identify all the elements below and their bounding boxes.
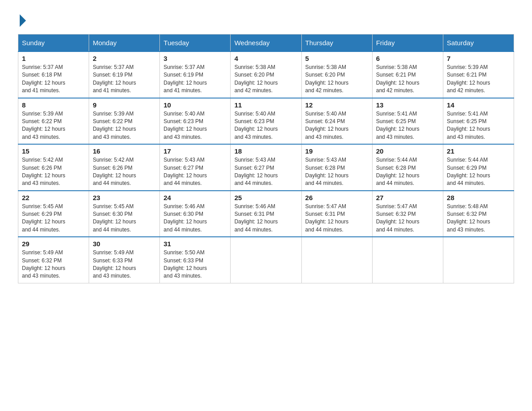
calendar-cell: 11Sunrise: 5:40 AMSunset: 6:23 PMDayligh… [231,98,301,145]
calendar-cell: 14Sunrise: 5:41 AMSunset: 6:25 PMDayligh… [443,98,514,145]
day-info: Sunrise: 5:43 AMSunset: 6:27 PMDaylight:… [234,156,297,188]
day-number: 9 [93,101,156,109]
day-number: 6 [376,55,439,62]
calendar-cell: 20Sunrise: 5:44 AMSunset: 6:28 PMDayligh… [372,144,443,191]
day-number: 27 [376,194,439,201]
calendar-cell: 24Sunrise: 5:46 AMSunset: 6:30 PMDayligh… [160,191,231,237]
calendar-cell [301,237,372,283]
day-number: 10 [163,101,227,109]
calendar-cell [372,237,443,283]
day-info: Sunrise: 5:42 AMSunset: 6:26 PMDaylight:… [22,156,85,188]
column-header-sunday: Sunday [18,34,89,52]
calendar-cell: 10Sunrise: 5:40 AMSunset: 6:23 PMDayligh… [160,98,231,145]
day-info: Sunrise: 5:41 AMSunset: 6:25 PMDaylight:… [376,110,439,141]
day-info: Sunrise: 5:50 AMSunset: 6:33 PMDaylight:… [163,249,227,280]
day-number: 19 [305,147,369,155]
day-number: 22 [22,194,85,201]
day-number: 20 [376,147,439,155]
day-number: 25 [234,194,297,201]
column-header-saturday: Saturday [443,34,514,52]
day-number: 29 [22,240,85,248]
calendar-cell: 8Sunrise: 5:39 AMSunset: 6:22 PMDaylight… [18,98,89,145]
day-number: 3 [163,55,227,62]
calendar-week-row-5: 29Sunrise: 5:49 AMSunset: 6:32 PMDayligh… [18,237,514,283]
day-number: 23 [93,194,156,201]
day-info: Sunrise: 5:49 AMSunset: 6:33 PMDaylight:… [93,249,156,280]
day-number: 4 [234,55,297,62]
calendar-table: SundayMondayTuesdayWednesdayThursdayFrid… [18,34,514,283]
column-header-monday: Monday [89,34,160,52]
calendar-cell: 29Sunrise: 5:49 AMSunset: 6:32 PMDayligh… [18,237,89,283]
logo-triangle-icon [20,14,26,27]
day-info: Sunrise: 5:39 AMSunset: 6:22 PMDaylight:… [93,110,156,141]
day-number: 15 [22,147,85,155]
calendar-cell: 6Sunrise: 5:38 AMSunset: 6:21 PMDaylight… [372,51,443,98]
day-number: 1 [22,55,85,62]
day-info: Sunrise: 5:38 AMSunset: 6:20 PMDaylight:… [305,64,369,95]
day-info: Sunrise: 5:38 AMSunset: 6:21 PMDaylight:… [376,64,439,95]
calendar-cell: 21Sunrise: 5:44 AMSunset: 6:29 PMDayligh… [443,144,514,191]
calendar-cell: 26Sunrise: 5:47 AMSunset: 6:31 PMDayligh… [301,191,372,237]
day-number: 28 [447,194,510,201]
column-header-tuesday: Tuesday [160,34,231,52]
calendar-cell: 12Sunrise: 5:40 AMSunset: 6:24 PMDayligh… [301,98,372,145]
calendar-cell: 23Sunrise: 5:45 AMSunset: 6:30 PMDayligh… [89,191,160,237]
day-info: Sunrise: 5:40 AMSunset: 6:23 PMDaylight:… [163,110,227,141]
column-header-thursday: Thursday [301,34,372,52]
page-header [18,13,514,25]
calendar-week-row-4: 22Sunrise: 5:45 AMSunset: 6:29 PMDayligh… [18,191,514,237]
column-header-wednesday: Wednesday [231,34,301,52]
day-info: Sunrise: 5:39 AMSunset: 6:21 PMDaylight:… [447,64,510,95]
day-number: 24 [163,194,227,201]
calendar-cell: 30Sunrise: 5:49 AMSunset: 6:33 PMDayligh… [89,237,160,283]
day-info: Sunrise: 5:46 AMSunset: 6:30 PMDaylight:… [163,203,227,234]
logo [18,13,26,25]
calendar-cell: 9Sunrise: 5:39 AMSunset: 6:22 PMDaylight… [89,98,160,145]
calendar-cell: 1Sunrise: 5:37 AMSunset: 6:18 PMDaylight… [18,51,89,98]
day-number: 2 [93,55,156,62]
calendar-cell: 15Sunrise: 5:42 AMSunset: 6:26 PMDayligh… [18,144,89,191]
day-info: Sunrise: 5:46 AMSunset: 6:31 PMDaylight:… [234,203,297,234]
day-info: Sunrise: 5:44 AMSunset: 6:29 PMDaylight:… [447,156,510,188]
day-number: 5 [305,55,369,62]
day-info: Sunrise: 5:47 AMSunset: 6:31 PMDaylight:… [305,203,369,234]
calendar-week-row-3: 15Sunrise: 5:42 AMSunset: 6:26 PMDayligh… [18,144,514,191]
day-number: 7 [447,55,510,62]
day-number: 30 [93,240,156,248]
day-info: Sunrise: 5:39 AMSunset: 6:22 PMDaylight:… [22,110,85,141]
calendar-cell: 25Sunrise: 5:46 AMSunset: 6:31 PMDayligh… [231,191,301,237]
calendar-week-row-2: 8Sunrise: 5:39 AMSunset: 6:22 PMDaylight… [18,98,514,145]
calendar-cell [231,237,301,283]
calendar-cell: 22Sunrise: 5:45 AMSunset: 6:29 PMDayligh… [18,191,89,237]
calendar-cell: 13Sunrise: 5:41 AMSunset: 6:25 PMDayligh… [372,98,443,145]
calendar-header-row: SundayMondayTuesdayWednesdayThursdayFrid… [18,34,514,52]
calendar-cell: 5Sunrise: 5:38 AMSunset: 6:20 PMDaylight… [301,51,372,98]
calendar-cell: 7Sunrise: 5:39 AMSunset: 6:21 PMDaylight… [443,51,514,98]
day-info: Sunrise: 5:45 AMSunset: 6:30 PMDaylight:… [93,203,156,234]
day-number: 21 [447,147,510,155]
calendar-cell: 17Sunrise: 5:43 AMSunset: 6:27 PMDayligh… [160,144,231,191]
day-number: 31 [163,240,227,248]
day-info: Sunrise: 5:44 AMSunset: 6:28 PMDaylight:… [376,156,439,188]
day-number: 26 [305,194,369,201]
calendar-cell: 2Sunrise: 5:37 AMSunset: 6:19 PMDaylight… [89,51,160,98]
day-info: Sunrise: 5:37 AMSunset: 6:19 PMDaylight:… [163,64,227,95]
day-info: Sunrise: 5:43 AMSunset: 6:28 PMDaylight:… [305,156,369,188]
day-info: Sunrise: 5:49 AMSunset: 6:32 PMDaylight:… [22,249,85,280]
day-info: Sunrise: 5:38 AMSunset: 6:20 PMDaylight:… [234,64,297,95]
day-info: Sunrise: 5:48 AMSunset: 6:32 PMDaylight:… [447,203,510,234]
calendar-week-row-1: 1Sunrise: 5:37 AMSunset: 6:18 PMDaylight… [18,51,514,98]
day-info: Sunrise: 5:37 AMSunset: 6:19 PMDaylight:… [93,64,156,95]
day-info: Sunrise: 5:43 AMSunset: 6:27 PMDaylight:… [163,156,227,188]
calendar-cell: 18Sunrise: 5:43 AMSunset: 6:27 PMDayligh… [231,144,301,191]
calendar-cell: 16Sunrise: 5:42 AMSunset: 6:26 PMDayligh… [89,144,160,191]
day-info: Sunrise: 5:47 AMSunset: 6:32 PMDaylight:… [376,203,439,234]
day-info: Sunrise: 5:41 AMSunset: 6:25 PMDaylight:… [447,110,510,141]
calendar-cell: 28Sunrise: 5:48 AMSunset: 6:32 PMDayligh… [443,191,514,237]
day-info: Sunrise: 5:45 AMSunset: 6:29 PMDaylight:… [22,203,85,234]
day-number: 8 [22,101,85,109]
day-number: 18 [234,147,297,155]
calendar-cell: 27Sunrise: 5:47 AMSunset: 6:32 PMDayligh… [372,191,443,237]
day-info: Sunrise: 5:42 AMSunset: 6:26 PMDaylight:… [93,156,156,188]
day-info: Sunrise: 5:40 AMSunset: 6:24 PMDaylight:… [305,110,369,141]
